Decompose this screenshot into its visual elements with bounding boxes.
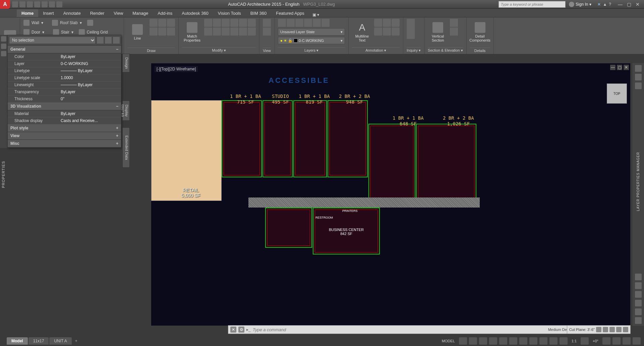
layer-lock-icon[interactable]	[304, 19, 312, 27]
match-properties-button[interactable]: Match Properties	[182, 19, 202, 46]
group-view[interactable]: View+	[8, 132, 121, 140]
selection-dropdown[interactable]: No selection	[9, 37, 96, 44]
palette-pin-icon[interactable]	[1, 44, 6, 49]
group-general[interactable]: General−	[8, 46, 121, 53]
section-line-icon[interactable]	[450, 27, 458, 36]
cmd-customize-icon[interactable]: ⚙	[238, 327, 244, 333]
anno-scale-icon[interactable]	[560, 337, 568, 345]
quick-select-icon[interactable]	[97, 37, 104, 44]
property-row[interactable]: TransparencyByLayer	[8, 89, 121, 96]
property-row[interactable]: Lineweight———— ByLayer	[8, 81, 121, 89]
palette-option-icon[interactable]	[635, 82, 642, 89]
group-misc[interactable]: Misc+	[8, 140, 121, 148]
design-tab[interactable]: Design	[122, 54, 130, 72]
vertical-section-button[interactable]: Vertical Section	[428, 19, 448, 46]
tab-annotate[interactable]: Annotate	[59, 9, 85, 17]
property-row[interactable]: Thickness0"	[8, 96, 121, 103]
copy-icon[interactable]	[230, 19, 238, 27]
add-layout-icon[interactable]: +	[72, 337, 80, 345]
layout-tab[interactable]: 11x17	[28, 337, 49, 345]
layer-off-icon[interactable]	[287, 19, 295, 27]
tab-manage[interactable]: Manage	[128, 9, 153, 17]
layer-tool-icon[interactable]	[635, 300, 642, 306]
tab-home[interactable]: Home	[17, 9, 38, 17]
tab-a360[interactable]: Autodesk 360	[177, 9, 213, 17]
panel-draw[interactable]: Draw	[127, 48, 175, 53]
rotate-icon[interactable]	[213, 19, 221, 27]
offset-icon[interactable]	[248, 27, 256, 36]
grid-icon[interactable]	[87, 20, 93, 26]
cutplane-opt-icon[interactable]	[616, 327, 622, 332]
scale-icon[interactable]	[213, 27, 221, 36]
maximize-icon[interactable]: ▢	[626, 2, 632, 7]
minimize-icon[interactable]: —	[617, 2, 623, 7]
property-row[interactable]: ColorByLayer	[8, 53, 121, 60]
signin-button[interactable]: Sign In ▾	[566, 2, 595, 7]
property-row[interactable]: Linetype scale1.0000	[8, 74, 121, 81]
property-row[interactable]: Shadow displayCasts and Receive...	[8, 117, 121, 124]
save-icon[interactable]	[27, 1, 33, 7]
tab-render[interactable]: Render	[85, 9, 109, 17]
dyn-input-icon[interactable]	[519, 337, 527, 345]
leader-icon[interactable]	[383, 19, 391, 27]
cutplane-opt-icon[interactable]	[609, 327, 615, 332]
group-3dviz[interactable]: 3D Visualization−	[8, 103, 121, 110]
model-tab[interactable]: Model	[7, 337, 28, 345]
a360-icon[interactable]: ▲	[603, 2, 607, 7]
model-space-toggle[interactable]: MODEL	[440, 339, 457, 343]
polyline-icon[interactable]	[158, 19, 166, 27]
tab-addins[interactable]: Add-ins	[153, 9, 177, 17]
stair-button[interactable]: Stair	[61, 30, 69, 35]
new-icon[interactable]	[12, 1, 18, 7]
arc-icon[interactable]	[150, 19, 158, 27]
view-label[interactable]: [-][Top][2D Wireframe]	[155, 66, 198, 72]
property-row[interactable]: Linetype———— ByLayer	[8, 67, 121, 74]
scale-button[interactable]: 1:1	[570, 339, 579, 343]
line-button[interactable]: Line	[127, 19, 148, 46]
open-icon[interactable]	[19, 1, 25, 7]
erase-icon[interactable]	[230, 27, 238, 36]
wall-button[interactable]: Wall	[32, 20, 39, 25]
qat-more-icon[interactable]	[56, 1, 62, 7]
tab-insert[interactable]: Insert	[38, 9, 59, 17]
panel-view[interactable]: View	[263, 48, 271, 53]
select-objects-icon[interactable]	[105, 37, 112, 44]
undo-icon[interactable]	[42, 1, 48, 7]
layout-tab[interactable]: UNIT A	[49, 337, 71, 345]
cutplane-opt-icon[interactable]	[623, 327, 628, 332]
layer-tool-icon[interactable]	[635, 274, 642, 280]
panel-annotation[interactable]: Annotation ▾	[352, 47, 400, 53]
display-tab[interactable]: Display/2017 9:5	[122, 101, 130, 121]
isolate-icon[interactable]	[602, 337, 610, 345]
property-row[interactable]: Layer0-C-WORKING	[8, 60, 121, 67]
lineweight-icon[interactable]	[529, 337, 537, 345]
panel-inquiry[interactable]: Inquiry ▾	[407, 47, 421, 53]
stretch-icon[interactable]	[204, 27, 212, 36]
layer-tool-icon[interactable]	[635, 282, 642, 289]
viewport-minimize-icon[interactable]: —	[610, 65, 616, 70]
mirror-icon[interactable]	[239, 19, 247, 27]
print-icon[interactable]	[34, 1, 40, 7]
circle-icon[interactable]	[167, 19, 175, 27]
tab-overflow-icon[interactable]: ▣ ▾	[312, 12, 319, 17]
drawing-area[interactable]: [-][Top][2D Wireframe] — ▢ ✕ ACCESSIBLE …	[151, 63, 631, 326]
door-button[interactable]: Door	[32, 30, 40, 35]
layer-tool-icon[interactable]	[635, 308, 642, 315]
redo-icon[interactable]	[49, 1, 55, 7]
panel-section[interactable]: Section & Elevation ▾	[428, 47, 463, 53]
layer-state-dropdown[interactable]: Unsaved Layer State▾	[278, 28, 345, 36]
layer-prop-icon[interactable]	[278, 19, 286, 27]
layer-tool-icon[interactable]	[635, 291, 642, 298]
rect-icon[interactable]	[150, 27, 158, 36]
keynote-icon[interactable]	[383, 27, 391, 36]
clean-screen-icon[interactable]	[623, 337, 631, 345]
palette-settings-icon[interactable]	[1, 51, 6, 56]
ortho-toggle-icon[interactable]	[479, 337, 487, 345]
cutplane-edit-icon[interactable]	[596, 327, 601, 332]
palette-option-icon[interactable]	[635, 74, 642, 80]
extended-data-tab[interactable]: Extended Data	[122, 127, 130, 168]
property-row[interactable]: MaterialByLayer	[8, 110, 121, 117]
detail-components-button[interactable]: Detail Components	[470, 19, 490, 46]
cutplane-toggle-icon[interactable]	[603, 327, 608, 332]
polar-toggle-icon[interactable]	[489, 337, 497, 345]
